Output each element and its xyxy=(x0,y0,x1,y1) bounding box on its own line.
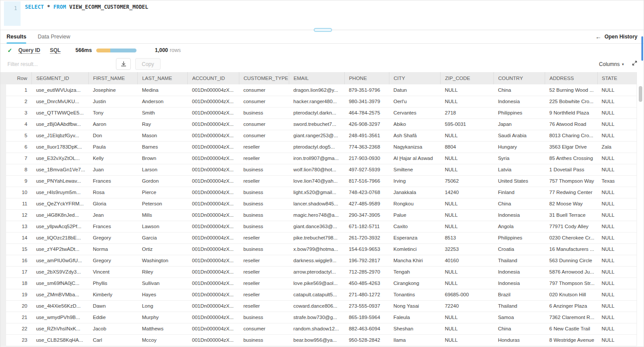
cell-phone[interactable]: 290-347-3905 xyxy=(344,209,389,221)
cell-account_id[interactable]: 001Dn000004zX... xyxy=(188,209,239,221)
cell-segment_id[interactable]: use_J1ElqbzfGyv... xyxy=(32,130,88,141)
cell-phone[interactable]: 879-351-9796 xyxy=(344,84,389,96)
sql-link[interactable]: SQL xyxy=(50,47,61,53)
cell-email[interactable]: light.x520@gmail... xyxy=(289,187,345,198)
cell-zip_code[interactable]: NULL xyxy=(441,96,494,107)
cell-account_id[interactable]: 001Dn000004zX... xyxy=(188,323,239,334)
row-number[interactable]: 12 xyxy=(0,209,32,221)
cell-email[interactable]: magic.hero748@a... xyxy=(289,209,345,221)
cell-account_id[interactable]: 001Dn000004zX... xyxy=(188,221,239,232)
table-scrollbar[interactable] xyxy=(637,84,644,346)
table-row[interactable]: 9use_PNYahLewav...FrancesGordon001Dn0000… xyxy=(0,175,637,187)
cell-segment_id[interactable]: use_zY4P2twADt... xyxy=(32,243,88,255)
cell-account_id[interactable]: 001Dn000004zX... xyxy=(188,153,239,164)
cell-customer_type[interactable]: consumer xyxy=(239,118,289,130)
cell-country[interactable]: Thailand xyxy=(494,300,545,312)
cell-segment_id[interactable]: use_i4G8K8nJed... xyxy=(32,209,88,221)
table-row[interactable]: 14use_liQOzc218bE...GregoryGarcia001Dn00… xyxy=(0,232,637,243)
column-header-state[interactable]: STATE xyxy=(597,72,637,84)
cell-segment_id[interactable]: use_PNYahLewav... xyxy=(32,175,88,187)
cell-city[interactable]: Ilama xyxy=(389,334,440,346)
cell-phone[interactable]: 671-182-5711 xyxy=(344,221,389,232)
cell-account_id[interactable]: 001Dn000004zX... xyxy=(188,289,239,300)
cell-last_name[interactable]: Larson xyxy=(137,164,187,175)
cell-account_id[interactable]: 001Dn000004zX... xyxy=(188,118,239,130)
cell-email[interactable]: x.bow799@hotma... xyxy=(289,243,345,255)
row-number[interactable]: 9 xyxy=(0,175,32,187)
table-row[interactable]: 7use_E32vXyZtOL...KellyBrown001Dn000004z… xyxy=(0,153,637,164)
table-row[interactable]: 15use_zY4P2twADt...NormaOrtiz001Dn000004… xyxy=(0,243,637,255)
table-row[interactable]: 3use_QTTWWQeE5...TonySmith001Dn000004zX.… xyxy=(0,107,637,118)
cell-state[interactable]: NULL xyxy=(597,278,637,289)
cell-customer_type[interactable]: consumer xyxy=(239,130,289,141)
cell-state[interactable]: NULL xyxy=(597,323,637,334)
cell-state[interactable]: NULL xyxy=(597,209,637,221)
cell-address[interactable]: 8013 Charing Cro... xyxy=(545,130,597,141)
cell-state[interactable]: NULL xyxy=(597,221,637,232)
row-number[interactable]: 18 xyxy=(0,278,32,289)
cell-customer_type[interactable]: business xyxy=(239,209,289,221)
row-number[interactable]: 14 xyxy=(0,232,32,243)
cell-segment_id[interactable]: use_RZhVhsINxK... xyxy=(32,323,88,334)
table-row[interactable]: 17use_2bXS9VZdy3...VincentRiley001Dn0000… xyxy=(0,266,637,278)
cell-customer_type[interactable]: business xyxy=(239,243,289,255)
cell-email[interactable]: pterodactyl.darkn... xyxy=(289,107,345,118)
cell-segment_id[interactable]: use_1BmvaGn1Ve7... xyxy=(32,164,88,175)
cell-address[interactable]: 797 Thompson Str... xyxy=(545,278,597,289)
cell-account_id[interactable]: 001Dn000004zX... xyxy=(188,266,239,278)
cell-zip_code[interactable]: NULL xyxy=(441,198,494,209)
cell-country[interactable]: Samoa xyxy=(494,312,545,323)
row-number[interactable]: 16 xyxy=(0,255,32,266)
cell-segment_id[interactable]: use_CLB2S8KqHA... xyxy=(32,334,88,346)
cell-city[interactable]: Mancha Khiri xyxy=(389,255,440,266)
filter-results-input[interactable] xyxy=(7,59,112,69)
cell-first_name[interactable]: Jean xyxy=(88,209,137,221)
cell-email[interactable]: hacker.ranger480... xyxy=(289,96,345,107)
cell-segment_id[interactable]: use_sm69fNA0jC... xyxy=(32,278,88,289)
cell-zip_code[interactable]: 2718 xyxy=(441,107,494,118)
column-header-last_name[interactable]: LAST_NAME xyxy=(137,72,187,84)
cell-last_name[interactable]: Smith xyxy=(137,107,187,118)
cell-segment_id[interactable]: use_Iluor1783DpK... xyxy=(32,141,88,153)
cell-email[interactable]: love.lion740@yah... xyxy=(289,175,345,187)
column-header-first_name[interactable]: FIRST_NAME xyxy=(88,72,137,84)
cell-email[interactable]: wolf.lion780@hot... xyxy=(289,164,345,175)
cell-address[interactable]: 1 Dovetail Pass xyxy=(545,164,597,175)
cell-state[interactable]: NULL xyxy=(597,153,637,164)
cell-country[interactable]: Saudi Arabia xyxy=(494,130,545,141)
cell-account_id[interactable]: 001Dn000004zX... xyxy=(188,187,239,198)
cell-state[interactable]: NULL xyxy=(597,118,637,130)
cell-segment_id[interactable]: use_QTTWWQeE5... xyxy=(32,107,88,118)
cell-city[interactable]: Abiko xyxy=(389,118,440,130)
cell-customer_type[interactable]: reseller xyxy=(239,141,289,153)
row-number[interactable]: 11 xyxy=(0,198,32,209)
cell-zip_code[interactable]: 8513 xyxy=(441,232,494,243)
cell-segment_id[interactable]: use_eutIWVUujza... xyxy=(32,84,88,96)
cell-segment_id[interactable]: use_amPIU0wGfU... xyxy=(32,255,88,266)
cell-state[interactable]: NULL xyxy=(597,164,637,175)
cell-country[interactable]: United States xyxy=(494,175,545,187)
cell-zip_code[interactable]: NULL xyxy=(441,278,494,289)
open-history-button[interactable]: ← Open History xyxy=(595,33,637,40)
cell-customer_type[interactable]: reseller xyxy=(239,153,289,164)
cell-last_name[interactable]: Mason xyxy=(137,130,187,141)
cell-address[interactable]: 77971 Cody Alley xyxy=(545,221,597,232)
cell-country[interactable]: China xyxy=(494,198,545,209)
cell-zip_code[interactable]: NULL xyxy=(441,130,494,141)
cell-customer_type[interactable]: reseller xyxy=(239,175,289,187)
cell-address[interactable]: 9 Northfield Plaza xyxy=(545,107,597,118)
cell-first_name[interactable]: Dawn xyxy=(88,300,137,312)
cell-address[interactable]: 76 Atwood Road xyxy=(545,118,597,130)
cell-state[interactable]: NULL xyxy=(597,84,637,96)
cell-country[interactable]: Finland xyxy=(494,187,545,198)
cell-customer_type[interactable]: consumer xyxy=(239,96,289,107)
table-row[interactable]: 10use_r4Is9ruym5m...RosaPierce001Dn00000… xyxy=(0,187,637,198)
cell-city[interactable]: Smiltene xyxy=(389,164,440,175)
cell-email[interactable]: giant.dance363@... xyxy=(289,221,345,232)
cell-address[interactable]: 757 Thompson Way xyxy=(545,175,597,187)
cell-first_name[interactable]: Aaron xyxy=(88,118,137,130)
column-header-country[interactable]: COUNTRY xyxy=(494,72,545,84)
cell-city[interactable]: Al Ḩajar al Aswad xyxy=(389,153,440,164)
cell-email[interactable]: coward.dance806... xyxy=(289,300,345,312)
cell-segment_id[interactable]: use_2bXS9VZdy3... xyxy=(32,266,88,278)
